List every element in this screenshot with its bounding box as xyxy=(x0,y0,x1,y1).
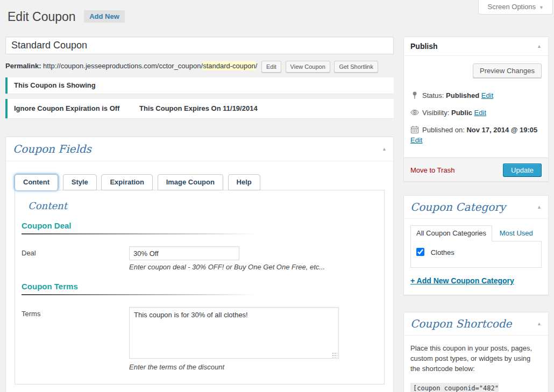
visibility-value: Public xyxy=(451,109,472,117)
coupon-fields-title: Coupon Fields xyxy=(13,142,91,155)
permalink-edit-button[interactable]: Edit xyxy=(261,61,281,73)
screen-options-label: Screen Options xyxy=(487,3,536,11)
coupon-fields-tabs: Content Style Expiration Image Coupon He… xyxy=(15,174,385,190)
notice-text: This Coupon is Showing xyxy=(14,81,96,89)
coupon-fields-header[interactable]: Coupon Fields ▲ xyxy=(6,137,393,161)
deal-field-row: Deal xyxy=(22,246,378,260)
add-new-button[interactable]: Add New xyxy=(84,10,125,23)
sidebar-column: Publish ▲ Preview Changes Status: Publis… xyxy=(403,37,549,392)
tab-style[interactable]: Style xyxy=(63,174,97,190)
publish-box: Publish ▲ Preview Changes Status: Publis… xyxy=(403,37,549,182)
update-button[interactable]: Update xyxy=(503,163,542,177)
status-label: Status: xyxy=(422,91,444,99)
tab-help[interactable]: Help xyxy=(228,174,260,190)
get-shortlink-button[interactable]: Get Shortlink xyxy=(334,61,378,73)
view-coupon-button[interactable]: View Coupon xyxy=(286,61,330,73)
permalink-trailing-slash: / xyxy=(255,62,258,70)
shortcode-description: Place this coupon in your posts, pages, … xyxy=(410,343,542,374)
coupon-fields-body: Content Style Expiration Image Coupon He… xyxy=(6,161,393,392)
content-panel-heading: Content xyxy=(28,200,378,211)
coupon-shortcode-box: Coupon Shortcode ▲ Place this coupon in … xyxy=(403,312,549,392)
permalink-slug: standard-coupon xyxy=(203,61,255,70)
content-tab-panel: Content Coupon Deal Deal Enter coupon de… xyxy=(15,190,385,384)
notice-expiry-text: This Coupon Expires On 11/19/2014 xyxy=(139,103,258,114)
tab-all-categories[interactable]: All Coupon Categories xyxy=(410,225,492,241)
category-tabs: All Coupon Categories Most Used xyxy=(410,225,542,241)
published-label: Published on: xyxy=(422,126,465,134)
resize-handle-icon[interactable] xyxy=(332,352,337,358)
published-value: Nov 17, 2014 @ 19:05 xyxy=(466,126,537,134)
tab-most-used[interactable]: Most Used xyxy=(500,229,533,237)
publish-actions-bar: Move to Trash Update xyxy=(404,158,548,181)
chevron-down-icon: ▼ xyxy=(539,5,544,10)
category-title: Coupon Category xyxy=(410,201,506,213)
permalink-label: Permalink: xyxy=(5,62,41,70)
permalink-row: Permalink: http://coupon.jesseeproductio… xyxy=(5,60,394,73)
collapse-arrow-icon[interactable]: ▲ xyxy=(537,204,542,210)
pin-icon xyxy=(410,91,419,99)
admin-page: Screen Options▼ Edit Coupon Add New Perm… xyxy=(0,0,554,392)
notice-text: Ignore Coupon Expiration is Off xyxy=(14,104,119,112)
publish-body: Preview Changes Status: Published Edit V… xyxy=(404,56,548,158)
category-list-panel: Clothes xyxy=(410,241,542,268)
page-title: Edit Coupon xyxy=(8,9,76,25)
coupon-terms-section-title: Coupon Terms xyxy=(22,282,378,291)
status-value: Published xyxy=(446,91,479,99)
screen-options-button[interactable]: Screen Options▼ xyxy=(478,0,553,15)
deal-hint: Enter coupon deal - 30% OFF! or Buy One … xyxy=(129,263,378,271)
shortcode-code: [coupon couponid="482" name="Standard Co… xyxy=(410,383,502,392)
section-divider xyxy=(22,233,335,234)
tab-image-coupon[interactable]: Image Coupon xyxy=(158,174,223,190)
eye-icon xyxy=(410,108,419,117)
publish-header[interactable]: Publish ▲ xyxy=(404,37,548,56)
deal-label: Deal xyxy=(22,246,129,260)
coupon-category-box: Coupon Category ▲ All Coupon Categories … xyxy=(403,195,549,295)
tab-content[interactable]: Content xyxy=(15,174,58,190)
collapse-arrow-icon[interactable]: ▲ xyxy=(382,146,387,152)
collapse-arrow-icon[interactable]: ▲ xyxy=(537,321,542,326)
shortcode-header[interactable]: Coupon Shortcode ▲ xyxy=(404,312,548,336)
shortcode-body: Place this coupon in your posts, pages, … xyxy=(404,336,548,392)
coupon-expiration-notice: Ignore Coupon Expiration is Off This Cou… xyxy=(5,99,394,118)
category-item-label: Clothes xyxy=(431,248,454,256)
visibility-row: Visibility: Public Edit xyxy=(410,108,542,118)
deal-input[interactable] xyxy=(129,246,239,260)
coupon-fields-box: Coupon Fields ▲ Content Style Expiration… xyxy=(5,137,394,392)
calendar-icon xyxy=(410,125,419,134)
main-column: Permalink: http://coupon.jesseeproductio… xyxy=(5,37,394,392)
collapse-arrow-icon[interactable]: ▲ xyxy=(537,44,542,49)
category-header[interactable]: Coupon Category ▲ xyxy=(404,196,548,219)
edit-visibility-link[interactable]: Edit xyxy=(474,109,486,117)
move-to-trash-link[interactable]: Move to Trash xyxy=(410,166,454,174)
edit-status-link[interactable]: Edit xyxy=(481,91,493,99)
visibility-label: Visibility: xyxy=(422,109,449,117)
coupon-title-input[interactable] xyxy=(5,37,394,54)
category-item-clothes[interactable]: Clothes xyxy=(416,248,454,256)
terms-field-row: Terms This coupon is for 30% of all clot… xyxy=(22,307,378,360)
terms-hint: Enter the terms of the discount xyxy=(129,363,378,371)
publish-title: Publish xyxy=(410,42,438,51)
section-divider xyxy=(22,294,335,295)
status-row: Status: Published Edit xyxy=(410,90,542,101)
shortcode-title: Coupon Shortcode xyxy=(410,317,512,330)
category-checkbox[interactable] xyxy=(416,248,424,256)
terms-textarea[interactable]: This coupon is for 30% of all clothes! xyxy=(129,307,339,359)
terms-label: Terms xyxy=(22,307,129,360)
edit-published-link[interactable]: Edit xyxy=(410,136,422,144)
add-new-category-link[interactable]: + Add New Coupon Category xyxy=(410,276,514,285)
category-body: All Coupon Categories Most Used Clothes … xyxy=(404,219,548,295)
coupon-deal-section-title: Coupon Deal xyxy=(22,221,378,230)
permalink-url: http://coupon.jesseeproductions.com/ccto… xyxy=(43,62,203,70)
published-on-row: Published on: Nov 17, 2014 @ 19:05 Edit xyxy=(410,125,542,145)
preview-changes-button[interactable]: Preview Changes xyxy=(473,63,542,78)
page-heading: Edit Coupon Add New xyxy=(8,9,549,30)
tab-expiration[interactable]: Expiration xyxy=(101,174,153,190)
coupon-showing-notice: This Coupon is Showing xyxy=(5,77,394,94)
